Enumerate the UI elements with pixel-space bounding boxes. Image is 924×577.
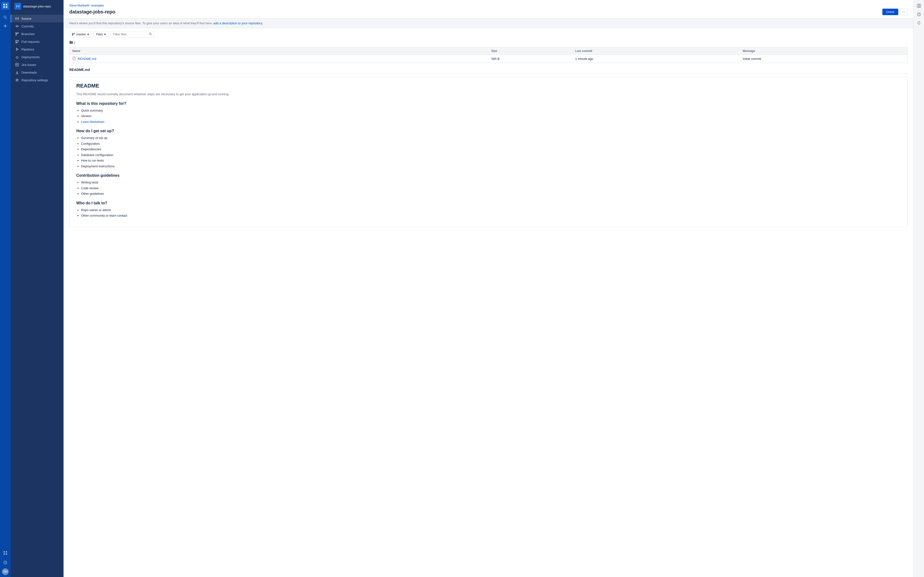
folder-icon — [69, 40, 73, 45]
svg-line-14 — [17, 6, 18, 7]
list-item: How to run tests — [81, 158, 901, 163]
page-title: datastage-jobs-repo — [69, 9, 115, 15]
sidebar-item-repository-settings-label: Repository settings — [21, 78, 48, 82]
svg-rect-11 — [6, 553, 7, 554]
readme-section-heading: Contribution guidelines — [76, 173, 901, 178]
right-panel — [913, 0, 924, 577]
sidebar-item-downloads[interactable]: Downloads — [11, 69, 63, 76]
sidebar-item-deployments[interactable]: Deployments — [11, 53, 63, 61]
svg-point-37 — [72, 35, 73, 35]
svg-point-4 — [4, 16, 6, 18]
sidebar-item-pipelines-label: Pipelines — [21, 48, 34, 51]
sidebar-item-repository-settings[interactable]: Repository settings — [11, 76, 63, 84]
branch-icon — [72, 33, 75, 36]
sidebar-item-pipelines[interactable]: Pipelines — [11, 45, 63, 53]
readme-link[interactable]: Learn Markdown — [81, 120, 105, 124]
sidebar-item-branches[interactable]: Branches — [11, 30, 63, 38]
svg-point-24 — [16, 40, 16, 41]
sidebar-repo-name: datastage-jobs-repo — [23, 5, 51, 8]
breadcrumb-workspace[interactable]: examples — [91, 4, 104, 7]
help-icon[interactable]: ? — [2, 559, 9, 566]
col-header-message: Message — [740, 47, 908, 55]
sidebar-repo-header[interactable]: datastage-jobs-repo — [11, 0, 63, 13]
panel-info-icon[interactable] — [915, 11, 923, 18]
readme-section-heading: What is this repository for? — [76, 102, 901, 106]
main-header: Steve Martinelli / examples datastage-jo… — [63, 0, 913, 19]
sidebar-item-source[interactable]: Source — [11, 15, 63, 23]
description-text: Here's where you'll find this repository… — [69, 21, 212, 25]
readme-box: README This README would normally docume… — [69, 77, 908, 227]
svg-rect-8 — [3, 551, 5, 553]
svg-point-38 — [74, 33, 74, 34]
file-commit-message: Initial commit — [740, 55, 908, 63]
sidebar-item-deployments-label: Deployments — [21, 55, 40, 59]
svg-point-36 — [72, 33, 73, 34]
svg-point-16 — [16, 26, 18, 27]
list-item: Learn Markdown — [81, 119, 901, 124]
svg-rect-9 — [6, 551, 7, 553]
sidebar-item-commits[interactable]: Commits — [11, 23, 63, 30]
sidebar: datastage-jobs-repo Source Commits — [11, 0, 63, 577]
list-item: Dependencies — [81, 147, 901, 152]
sidebar-nav: Source Commits B — [11, 13, 63, 86]
sidebar-item-pull-requests-label: Pull requests — [21, 40, 39, 44]
current-path: / — [74, 41, 75, 45]
clone-button[interactable]: Clone — [882, 9, 898, 15]
file-icon — [73, 57, 76, 61]
file-table-header: Name Size Last commit Message — [69, 47, 908, 55]
file-name-cell: README.md — [69, 55, 489, 63]
filter-files-input[interactable] — [110, 31, 154, 37]
sidebar-item-downloads-label: Downloads — [21, 71, 37, 74]
sidebar-item-jira-issues-label: Jira issues — [21, 63, 36, 67]
col-header-last-commit: Last commit — [572, 47, 740, 55]
file-last-commit: 1 minute ago — [572, 55, 740, 63]
readme-sections: What is this repository for?Quick summar… — [76, 102, 901, 218]
svg-rect-0 — [3, 4, 5, 5]
list-item: Writing tests — [81, 180, 901, 185]
grid-icon[interactable] — [2, 549, 9, 557]
repo-icon — [15, 3, 21, 10]
panel-layout-icon[interactable] — [915, 2, 923, 10]
svg-point-20 — [16, 34, 16, 35]
source-icon — [15, 16, 19, 21]
file-size: 565 B — [488, 55, 572, 63]
list-item: Database configuration — [81, 153, 901, 158]
col-header-size: Size — [488, 47, 572, 55]
file-name-link[interactable]: README.md — [78, 57, 96, 61]
list-item: Summary of set up — [81, 135, 901, 140]
readme-section-list: Writing testsCode reviewOther guidelines — [81, 180, 901, 196]
app-logo[interactable] — [2, 2, 9, 10]
svg-text:?: ? — [5, 562, 6, 564]
svg-point-21 — [18, 32, 19, 34]
repo-title-row: datastage-jobs-repo Clone ··· — [69, 8, 908, 15]
header-actions: Clone ··· — [882, 8, 908, 15]
svg-line-15 — [16, 18, 18, 19]
sidebar-item-jira-issues[interactable]: Jira issues — [11, 61, 63, 69]
readme-section-list: Quick summaryVersionLearn Markdown — [81, 108, 901, 124]
files-selector[interactable]: Files ▾ — [94, 31, 108, 37]
readme-section-title: README.md — [69, 68, 908, 74]
svg-marker-27 — [16, 48, 18, 50]
list-item: Code review — [81, 186, 901, 191]
breadcrumb-user[interactable]: Steve Martinelli — [69, 4, 89, 7]
svg-line-5 — [6, 18, 7, 19]
list-item: Other community or team contact — [81, 213, 901, 218]
svg-rect-2 — [3, 6, 5, 8]
more-button[interactable]: ··· — [900, 8, 908, 15]
branch-selector[interactable]: master ▾ — [69, 31, 92, 37]
svg-rect-3 — [6, 6, 7, 8]
readme-heading: README — [76, 83, 901, 89]
search-icon[interactable] — [2, 13, 9, 21]
add-icon[interactable] — [2, 22, 9, 30]
readme-section-heading: How do I get set up? — [76, 129, 901, 133]
table-row: README.md 565 B 1 minute ago Initial com… — [69, 55, 908, 63]
pull-requests-icon — [15, 40, 19, 44]
description-link[interactable]: add a description to your repository. — [213, 21, 263, 25]
panel-refresh-icon[interactable] — [915, 19, 923, 27]
svg-point-25 — [18, 40, 19, 41]
branch-name: master — [76, 32, 86, 36]
sidebar-item-pull-requests[interactable]: Pull requests — [11, 38, 63, 45]
breadcrumb-sep: / — [90, 4, 90, 7]
avatar[interactable]: SM — [2, 568, 9, 575]
file-table: Name Size Last commit Message — [69, 47, 908, 63]
